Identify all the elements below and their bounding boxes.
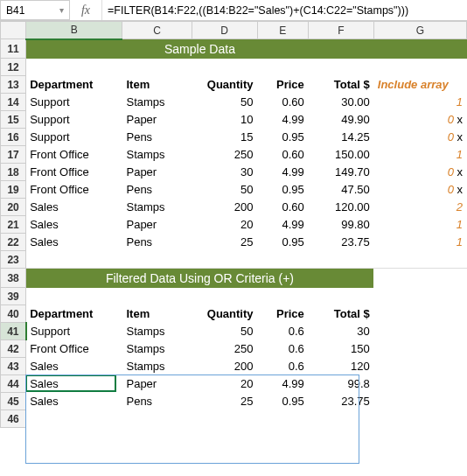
- cell[interactable]: 150.00: [308, 146, 373, 164]
- row-header[interactable]: 14: [1, 94, 26, 111]
- cell[interactable]: Pens: [122, 234, 192, 251]
- col-header-B[interactable]: B: [26, 22, 122, 39]
- cell[interactable]: Support: [26, 111, 122, 129]
- row-header[interactable]: 41: [1, 323, 26, 340]
- name-box[interactable]: B41 ▾: [0, 0, 70, 20]
- cell[interactable]: Pens: [122, 393, 192, 410]
- cell[interactable]: Stamps: [122, 94, 192, 111]
- cell[interactable]: 1: [373, 234, 466, 251]
- cell[interactable]: 250: [192, 340, 257, 358]
- row-header[interactable]: 46: [1, 410, 26, 428]
- cell[interactable]: Paper: [122, 216, 192, 234]
- chevron-down-icon[interactable]: ▾: [59, 5, 64, 15]
- t2-hdr-price[interactable]: Price: [257, 305, 308, 323]
- cell[interactable]: Stamps: [122, 199, 192, 216]
- cell[interactable]: 30: [192, 164, 257, 181]
- cell[interactable]: [373, 305, 466, 323]
- cell[interactable]: [308, 59, 373, 76]
- cell[interactable]: 4.99: [257, 216, 308, 234]
- col-header-D[interactable]: D: [192, 22, 257, 39]
- cell[interactable]: [26, 59, 122, 76]
- cell[interactable]: [122, 59, 192, 76]
- cell[interactable]: 150: [308, 340, 373, 358]
- cell[interactable]: 49.90: [308, 111, 373, 129]
- cell[interactable]: [192, 288, 257, 305]
- row-header[interactable]: 45: [1, 393, 26, 410]
- cell[interactable]: 2: [373, 199, 466, 216]
- row-header[interactable]: 13: [1, 76, 26, 94]
- cell[interactable]: Front Office: [26, 164, 122, 181]
- cell[interactable]: [122, 251, 192, 269]
- row-header[interactable]: 38: [1, 269, 26, 288]
- cell[interactable]: 50: [192, 94, 257, 111]
- cell[interactable]: 149.70: [308, 164, 373, 181]
- cell[interactable]: Sales: [26, 216, 122, 234]
- row-header[interactable]: 40: [1, 305, 26, 323]
- col-header-C[interactable]: C: [122, 22, 192, 39]
- cell[interactable]: Sales: [26, 393, 122, 410]
- t2-hdr-item[interactable]: Item: [122, 305, 192, 323]
- cell[interactable]: [26, 251, 122, 269]
- cell[interactable]: [373, 251, 466, 269]
- cell[interactable]: Paper: [122, 375, 192, 393]
- col-header-E[interactable]: E: [257, 22, 308, 39]
- cell[interactable]: [373, 323, 466, 340]
- cell[interactable]: 0.60: [257, 146, 308, 164]
- cell[interactable]: Front Office: [26, 340, 122, 358]
- cell[interactable]: Stamps: [122, 323, 192, 340]
- t1-hdr-incl[interactable]: Include array: [373, 76, 466, 94]
- cell[interactable]: 0.95: [257, 181, 308, 199]
- select-all-corner[interactable]: [1, 22, 26, 39]
- cell[interactable]: Stamps: [122, 146, 192, 164]
- cell[interactable]: [257, 410, 308, 428]
- row-header[interactable]: 15: [1, 111, 26, 129]
- cell[interactable]: [257, 251, 308, 269]
- t1-hdr-total[interactable]: Total $: [308, 76, 373, 94]
- cell[interactable]: 30.00: [308, 94, 373, 111]
- cell[interactable]: Sales: [26, 375, 122, 393]
- cell[interactable]: [192, 59, 257, 76]
- cell[interactable]: [308, 288, 373, 305]
- cell[interactable]: 4.99: [257, 375, 308, 393]
- cell[interactable]: 20: [192, 375, 257, 393]
- cell[interactable]: 0 x: [373, 129, 466, 146]
- cell[interactable]: Support: [26, 94, 122, 111]
- cell[interactable]: 25: [192, 234, 257, 251]
- cell[interactable]: 25: [192, 393, 257, 410]
- t1-hdr-dept[interactable]: Department: [26, 76, 122, 94]
- cell[interactable]: 0.6: [257, 340, 308, 358]
- cell[interactable]: [373, 288, 466, 305]
- cell[interactable]: Pens: [122, 129, 192, 146]
- cell[interactable]: 250: [192, 146, 257, 164]
- t2-hdr-dept[interactable]: Department: [26, 305, 122, 323]
- cell[interactable]: 0 x: [373, 181, 466, 199]
- t1-hdr-qty[interactable]: Quantity: [192, 76, 257, 94]
- cell[interactable]: 1: [373, 146, 466, 164]
- row-header[interactable]: 18: [1, 164, 26, 181]
- cell[interactable]: 10: [192, 111, 257, 129]
- cell[interactable]: [257, 59, 308, 76]
- row-header[interactable]: 39: [1, 288, 26, 305]
- cell[interactable]: Paper: [122, 111, 192, 129]
- cell[interactable]: 99.8: [308, 375, 373, 393]
- row-header[interactable]: 23: [1, 251, 26, 269]
- t2-hdr-total[interactable]: Total $: [308, 305, 373, 323]
- cell[interactable]: 0.6: [257, 358, 308, 375]
- fx-icon[interactable]: fx: [81, 4, 90, 18]
- row-header[interactable]: 17: [1, 146, 26, 164]
- cell[interactable]: Stamps: [122, 340, 192, 358]
- cell[interactable]: 200: [192, 358, 257, 375]
- cell[interactable]: 0 x: [373, 111, 466, 129]
- row-header[interactable]: 22: [1, 234, 26, 251]
- row-header[interactable]: 44: [1, 375, 26, 393]
- cell[interactable]: Sales: [26, 199, 122, 216]
- row-header[interactable]: 12: [1, 59, 26, 76]
- cell[interactable]: 30: [308, 323, 373, 340]
- cell[interactable]: [192, 410, 257, 428]
- cell[interactable]: 0.95: [257, 234, 308, 251]
- cell[interactable]: [192, 251, 257, 269]
- cell[interactable]: Sales: [26, 358, 122, 375]
- row-header[interactable]: 11: [1, 39, 26, 59]
- cell[interactable]: 0.95: [257, 129, 308, 146]
- cell[interactable]: 99.80: [308, 216, 373, 234]
